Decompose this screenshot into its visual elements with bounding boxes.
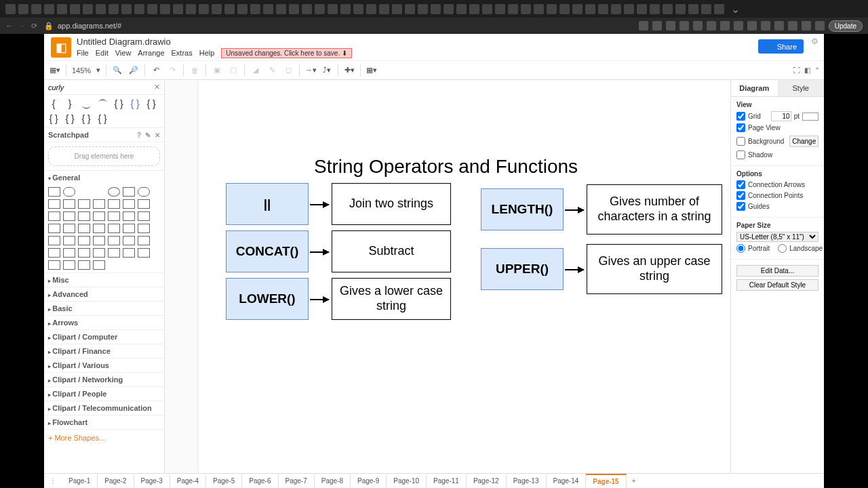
shape-stencil[interactable]: [63, 224, 75, 233]
category-arrows[interactable]: Arrows: [44, 315, 164, 329]
shape-stencil[interactable]: [123, 236, 135, 245]
operator-box[interactable]: ||: [226, 183, 309, 225]
tab-favicon[interactable]: [508, 4, 518, 14]
redo-icon[interactable]: ↷: [167, 65, 178, 76]
edit-data-button[interactable]: Edit Data...: [736, 265, 818, 277]
tab-favicon[interactable]: [160, 4, 170, 14]
tab-favicon[interactable]: [675, 4, 686, 14]
shape-stencil[interactable]: [48, 260, 60, 270]
tab-favicon[interactable]: [250, 4, 260, 14]
url-text[interactable]: app.diagrams.net/#: [58, 22, 121, 30]
change-bg-button[interactable]: Change: [789, 136, 818, 147]
extension-icon[interactable]: [639, 21, 648, 30]
tab-favicon[interactable]: [96, 4, 106, 14]
document-title[interactable]: Untitled Diagram.drawio: [77, 37, 352, 47]
shape-stencil[interactable]: [63, 187, 75, 197]
tab-favicon[interactable]: [31, 4, 41, 14]
tab-favicon[interactable]: [572, 4, 583, 14]
shape-stencil[interactable]: [108, 236, 120, 245]
shape-stencil[interactable]: [48, 248, 60, 258]
unsaved-warning[interactable]: Unsaved changes. Click here to save. ⬇: [221, 48, 352, 58]
tab-favicon[interactable]: [328, 4, 338, 14]
page-tab[interactable]: Page-2: [98, 474, 134, 487]
shape-stencil[interactable]: [78, 236, 90, 245]
tab-favicon[interactable]: [44, 4, 54, 14]
page-tab[interactable]: Page-3: [134, 474, 170, 487]
undo-icon[interactable]: ↶: [151, 65, 161, 76]
tab-favicon[interactable]: [147, 4, 157, 14]
tab-favicon[interactable]: [83, 4, 93, 14]
shape-stencil[interactable]: [93, 199, 105, 209]
edit-icon[interactable]: ✎: [145, 131, 151, 139]
shape-stencil[interactable]: [78, 211, 90, 221]
tab-favicon[interactable]: [340, 4, 351, 14]
menu-edit[interactable]: Edit: [96, 49, 108, 57]
shape-stencil[interactable]: [138, 187, 150, 197]
tab-favicon[interactable]: [199, 4, 209, 14]
shape-stencil[interactable]: [138, 199, 150, 209]
description-box[interactable]: Subtract: [332, 230, 451, 272]
brace-pair-icon[interactable]: { }: [96, 113, 109, 125]
tab-favicon[interactable]: [559, 4, 570, 14]
tab-favicon[interactable]: [212, 4, 222, 14]
category-basic[interactable]: Basic: [44, 301, 164, 315]
tab-favicon[interactable]: [315, 4, 325, 14]
category-clipart-various[interactable]: Clipart / Various: [44, 358, 164, 372]
clear-style-button[interactable]: Clear Default Style: [736, 279, 818, 291]
zoom-out-icon[interactable]: 🔎: [128, 65, 139, 76]
page-tab[interactable]: Page-9: [351, 474, 387, 487]
shape-stencil[interactable]: [93, 211, 105, 221]
extension-icon[interactable]: [747, 21, 757, 30]
conn-arrows-checkbox[interactable]: [736, 180, 745, 189]
fill-icon[interactable]: ◢: [250, 65, 261, 76]
brace-left-icon[interactable]: {: [47, 98, 60, 110]
page-tab[interactable]: Page-1: [62, 474, 98, 487]
page-tab[interactable]: Page-10: [387, 474, 427, 487]
shape-stencil[interactable]: [108, 211, 120, 221]
tab-diagram[interactable]: Diagram: [731, 80, 778, 96]
tab-favicon[interactable]: [598, 4, 608, 14]
background-checkbox[interactable]: [736, 137, 745, 146]
fullscreen-icon[interactable]: ⛶: [793, 66, 800, 74]
category-advanced[interactable]: Advanced: [44, 287, 164, 301]
shape-stencil[interactable]: [138, 236, 150, 245]
shape-stencil[interactable]: [93, 248, 105, 258]
tab-favicon[interactable]: [624, 4, 634, 14]
drawing-canvas[interactable]: String Operators and Functions || Join t…: [199, 80, 730, 473]
tab-favicon[interactable]: [134, 4, 144, 14]
tab-favicon[interactable]: [289, 4, 299, 14]
nav-back-icon[interactable]: ←: [5, 22, 13, 30]
arrow-icon[interactable]: [310, 299, 329, 300]
tab-favicon[interactable]: [714, 4, 724, 14]
shape-stencil[interactable]: [123, 211, 135, 221]
category-clipart-computer[interactable]: Clipart / Computer: [44, 329, 164, 344]
operator-box[interactable]: LENGTH(): [481, 188, 564, 230]
shape-stencil[interactable]: [108, 248, 120, 258]
tab-favicon[interactable]: [547, 4, 557, 14]
shape-stencil[interactable]: [93, 260, 105, 270]
description-box[interactable]: Gives a lower case string: [332, 278, 451, 320]
shape-stencil[interactable]: [138, 248, 150, 258]
tab-favicon[interactable]: [585, 4, 595, 14]
tab-favicon[interactable]: [353, 4, 363, 14]
category-misc[interactable]: Misc: [44, 272, 164, 287]
format-panel-icon[interactable]: ◧: [804, 66, 810, 74]
tab-favicon[interactable]: [701, 4, 711, 14]
extension-icon[interactable]: [693, 21, 703, 30]
grid-checkbox[interactable]: [736, 112, 745, 121]
tab-favicon[interactable]: [663, 4, 673, 14]
shape-stencil[interactable]: [63, 199, 75, 209]
tab-favicon[interactable]: [456, 4, 467, 14]
tab-favicon[interactable]: [276, 4, 286, 14]
menu-view[interactable]: View: [115, 49, 132, 57]
scratchpad-header[interactable]: Scratchpad ?✎✕: [44, 127, 164, 142]
brace-h-icon[interactable]: ⏝: [79, 98, 93, 110]
category-clipart-people[interactable]: Clipart / People: [44, 386, 164, 401]
add-page-icon[interactable]: +: [627, 474, 642, 487]
tab-favicon[interactable]: [108, 4, 119, 14]
extension-icon[interactable]: [788, 21, 797, 30]
shape-stencil[interactable]: [48, 224, 60, 233]
tab-favicon[interactable]: [482, 4, 492, 14]
app-logo-icon[interactable]: ◧: [51, 37, 71, 58]
tab-favicon[interactable]: [405, 4, 415, 14]
